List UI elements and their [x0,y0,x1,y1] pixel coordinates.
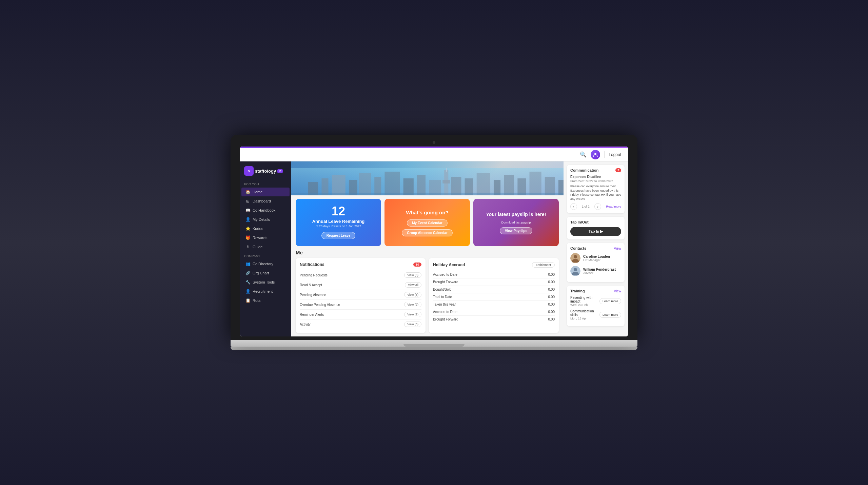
events-card: What's going on? My Event Calendar Group… [384,199,470,246]
org-chart-icon: 🔗 [245,271,250,275]
details-icon: 👤 [245,217,250,222]
view-payslips-button[interactable]: View Payslips [500,227,532,234]
holiday-value-taken: 0.00 [548,303,555,306]
tap-header: Tap In/Out [570,220,621,224]
sidebar-item-rewards[interactable]: 🎁 Rewards [241,233,290,242]
svg-rect-6 [359,173,371,195]
sidebar-item-directory-label: Co Directory [253,262,273,266]
contact-item-caroline: Caroline Louden HR Manager [570,253,621,263]
sidebar-item-co-directory[interactable]: 👥 Co Directory [241,259,290,268]
holiday-label-brought2: Brought Forward [433,317,458,321]
notif-read-accept-label: Read & Accept [300,283,322,287]
recruitment-icon: 👤 [245,289,250,294]
notif-pending-absence-label: Pending Absence [300,293,326,297]
leave-number: 12 [332,205,345,217]
download-payslip-link[interactable]: Download last payslip [501,221,531,224]
me-section: Me Notifications 10 Pending Reques [291,250,564,336]
contact-name-caroline: Caroline Louden [583,255,610,258]
contacts-title: Contacts [570,246,586,250]
holiday-value-brought2: 0.00 [548,317,555,321]
contacts-view-link[interactable]: View [614,247,622,250]
holiday-label-accrued2: Accrued to Date [433,310,457,314]
sidebar-item-dashboard[interactable]: ⊞ Dashboard [241,197,290,206]
sidebar-item-home[interactable]: 🏠 Home [241,188,290,196]
hero-image [291,161,564,195]
entitlement-button[interactable]: Entitlement [532,262,555,268]
svg-rect-22 [545,177,555,195]
notif-row-read-accept: Read & Accept View all [300,280,421,290]
holiday-header: Holiday Accrued Entitlement [433,262,555,268]
sidebar-item-org-label: Org Chart [253,271,269,275]
company-label: Company [240,252,291,259]
view-reminder-button[interactable]: View (2) [404,312,421,317]
view-pending-absence-button[interactable]: View (3) [404,292,421,297]
svg-rect-4 [332,175,346,195]
view-overdue-button[interactable]: View (2) [404,302,421,307]
svg-point-26 [574,255,577,258]
search-icon[interactable]: 🔍 [580,151,587,158]
cards-section: 12 Annual Leave Remaining of 28 days. Re… [291,195,564,250]
holiday-value-accrued1: 0.00 [548,273,555,276]
sidebar-item-handbook-label: Co Handbook [253,208,275,212]
sidebar: s staffology IR For You 🏠 Home ⊞ Dashboa… [240,161,291,336]
me-grid: Notifications 10 Pending Requests View (… [296,258,559,333]
communication-card: Communication 2 Expenses Deadline From 2… [567,165,625,213]
comm-prev-button[interactable]: ‹ [570,203,577,210]
holiday-value-accrued2: 0.00 [548,310,555,314]
training-date-2: Mon, 16 Apr [570,317,599,320]
notifications-panel: Notifications 10 Pending Requests View (… [296,258,426,333]
sidebar-item-tools-label: System Tools [253,280,275,284]
view-read-accept-button[interactable]: View all [405,282,421,288]
learn-more-button-2[interactable]: Learn more [599,312,621,318]
comm-item-date: From 24/01/2022 to 28/01/2022 [570,179,621,183]
user-avatar[interactable] [591,150,600,159]
sidebar-item-system-tools[interactable]: 🔧 System Tools [241,278,290,287]
sidebar-item-home-label: Home [253,190,262,194]
view-activity-button[interactable]: View (3) [404,322,421,327]
sidebar-item-rota-label: Rota [253,298,260,303]
notif-row-pending-absence: Pending Absence View (3) [300,290,421,300]
read-more-link[interactable]: Read more [606,205,621,208]
sidebar-item-co-handbook[interactable]: 📖 Co Handbook [241,206,290,215]
divider [604,151,605,158]
notif-row-activity: Activity View (3) [300,319,421,329]
comm-next-button[interactable]: › [594,203,601,210]
sidebar-item-my-details[interactable]: 👤 My Details [241,215,290,224]
notif-overdue-label: Overdue Pending Absence [300,303,340,307]
tap-in-button[interactable]: Tap In ▶ [570,227,621,236]
notifications-badge: 10 [413,263,421,267]
me-title: Me [296,250,559,255]
holiday-row-bought-sold: Bought/Sold 0.00 [433,286,555,293]
top-bar: 🔍 Logout [240,148,628,161]
training-view-link[interactable]: View [614,289,622,293]
view-pending-requests-button[interactable]: View (3) [404,272,421,278]
leave-title: Annual Leave Remaining [312,219,365,224]
notif-row-overdue: Overdue Pending Absence View (2) [300,300,421,310]
communication-badge: 2 [615,168,621,172]
sidebar-item-dashboard-label: Dashboard [253,199,271,203]
svg-rect-21 [530,172,541,195]
sidebar-item-recruitment[interactable]: 👤 Recruitment [241,287,290,296]
holiday-row-total: Total to Date 0.00 [433,293,555,301]
notifications-title: Notifications [300,262,324,267]
my-event-calendar-button[interactable]: My Event Calendar [407,219,447,227]
request-leave-button[interactable]: Request Leave [321,232,356,239]
contact-role-william: Adviser [583,271,616,275]
sidebar-item-org-chart[interactable]: 🔗 Org Chart [241,269,290,277]
notifications-header: Notifications 10 [300,262,421,267]
holiday-row-brought-forward2: Brought Forward 0.00 [433,316,555,323]
logo-icon: s [244,166,254,176]
contact-avatar-caroline [570,253,580,263]
sidebar-item-guide[interactable]: ℹ Guide [241,242,290,251]
group-absence-calendar-button[interactable]: Group Absence Calendar [402,229,453,236]
sidebar-item-rewards-label: Rewards [253,236,267,240]
holiday-label-bought: Bought/Sold [433,288,452,291]
svg-rect-8 [384,172,400,195]
holiday-label-total: Total to Date [433,295,452,299]
sidebar-item-rota[interactable]: 📋 Rota [241,296,290,305]
sidebar-item-kudos[interactable]: ⭐ Kudos [241,224,290,233]
learn-more-button-1[interactable]: Learn more [599,298,621,304]
logout-button[interactable]: Logout [609,152,621,157]
tap-title: Tap In/Out [570,220,589,224]
notif-row-pending-requests: Pending Requests View (3) [300,270,421,280]
